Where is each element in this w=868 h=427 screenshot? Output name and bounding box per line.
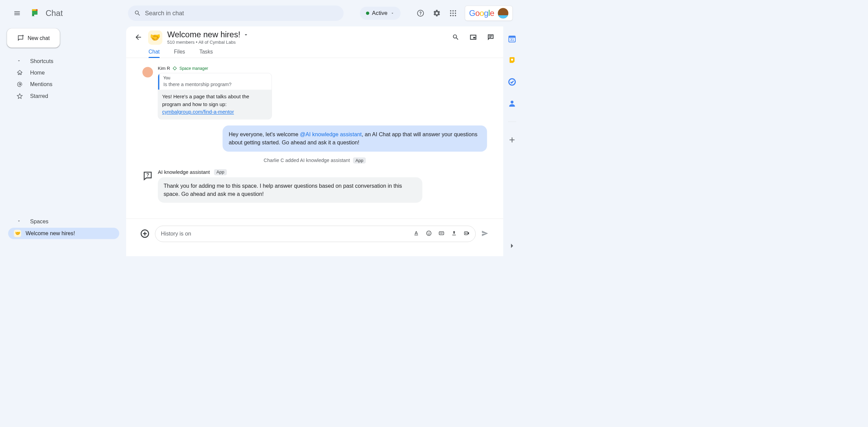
quote-author: You (163, 76, 268, 80)
app-chip: App (353, 157, 366, 163)
svg-point-21 (511, 59, 513, 61)
google-account-switcher[interactable]: Google (465, 6, 513, 21)
svg-point-14 (429, 232, 430, 233)
tab-files[interactable]: Files (174, 48, 185, 58)
quote-text: Is there a mentorship program? (163, 82, 268, 87)
space-avatar-icon: 🤝 (148, 30, 162, 45)
message-kim: Kim R Space manager You Is there a mento… (142, 66, 487, 119)
svg-point-5 (455, 13, 456, 14)
handshake-icon: 🤝 (14, 230, 21, 237)
chevron-down-icon[interactable] (243, 32, 249, 38)
status-selector[interactable]: Active (360, 7, 400, 20)
sender-name: Kim R (158, 66, 170, 71)
sender-role: Space manager (179, 66, 208, 71)
main-panel: 🤝 Welcome new hires! 510 members • All o… (126, 26, 503, 256)
mention-ai-assistant[interactable]: @AI knowledge assistant (300, 131, 362, 137)
add-attachment-button[interactable] (140, 229, 150, 239)
spaces-label: Spaces (30, 218, 48, 225)
sidebar-item-mentions[interactable]: Mentions (0, 79, 126, 90)
app-name: Chat (45, 9, 63, 18)
caret-down-icon (17, 218, 21, 225)
bot-name: AI knowledge assistant (158, 169, 210, 175)
shortcuts-label: Shortcuts (30, 58, 53, 64)
svg-text:?: ? (146, 172, 149, 178)
tasks-app-icon[interactable] (508, 78, 516, 86)
main-menu-button[interactable] (12, 8, 22, 18)
space-item-welcome-new-hires[interactable]: 🤝 Welcome new hires! (8, 228, 119, 239)
thread-panel-button[interactable] (487, 34, 495, 42)
keep-app-icon[interactable] (508, 56, 516, 65)
caret-down-icon (17, 58, 21, 64)
svg-point-0 (450, 10, 451, 12)
tab-tasks[interactable]: Tasks (199, 48, 213, 58)
svg-point-13 (428, 232, 429, 233)
space-subtitle: 510 members • All of Cymbal Labs (167, 40, 249, 45)
upload-button[interactable] (451, 230, 457, 238)
picture-in-picture-button[interactable] (470, 34, 478, 42)
side-panel-rail: 31 (503, 26, 521, 256)
settings-button[interactable] (432, 9, 441, 18)
rail-divider (508, 122, 516, 122)
search-in-space-button[interactable] (452, 34, 460, 42)
format-text-button[interactable] (413, 230, 419, 238)
chevron-down-icon (390, 11, 394, 15)
search-placeholder: Search in chat (145, 10, 184, 17)
space-title: Welcome new hires! (167, 30, 240, 39)
app-chip: App (214, 169, 227, 175)
google-logo-icon: Google (469, 9, 494, 18)
svg-point-1 (452, 10, 454, 12)
bot-message-text: Thank you for adding me to this space. I… (158, 177, 422, 203)
user-avatar[interactable] (498, 8, 508, 18)
space-manager-diamond-icon (173, 66, 177, 70)
message-welcome: Hey everyone, let's welcome @AI knowledg… (222, 125, 487, 151)
status-label: Active (372, 10, 388, 16)
shortcuts-section-header[interactable]: Shortcuts (0, 56, 126, 66)
avatar-kim (142, 67, 153, 77)
sidebar: New chat Shortcuts Home Mentions Starred (0, 26, 126, 256)
sidebar-item-home[interactable]: Home (0, 67, 126, 79)
at-icon (16, 81, 23, 88)
svg-point-3 (450, 13, 451, 14)
star-icon (16, 93, 23, 100)
svg-text:GIF: GIF (440, 232, 443, 234)
composer-placeholder: History is on (161, 231, 409, 237)
tab-chat[interactable]: Chat (149, 48, 160, 58)
system-added-line: Charlie C added AI knowledge assistant A… (142, 157, 487, 163)
svg-point-2 (455, 10, 456, 12)
message-input[interactable]: History is on GIF (155, 226, 476, 242)
home-icon (16, 69, 23, 76)
svg-point-7 (452, 15, 454, 16)
search-icon (134, 10, 141, 17)
calendar-app-icon[interactable]: 31 (508, 35, 516, 43)
mentor-link[interactable]: cymbalgroup.com/find-a-mentor (162, 109, 234, 115)
svg-point-8 (455, 15, 456, 16)
reply-quote-card: You Is there a mentorship program? Yes! … (158, 73, 272, 119)
svg-point-4 (452, 13, 454, 14)
contacts-app-icon[interactable] (508, 99, 516, 108)
emoji-button[interactable] (426, 230, 432, 238)
svg-text:31: 31 (510, 38, 514, 42)
avatar-bot: ? (142, 170, 153, 181)
message-bot: ? AI knowledge assistant App Thank you f… (142, 169, 487, 203)
back-button[interactable] (134, 33, 143, 42)
status-active-dot-icon (366, 12, 369, 15)
svg-point-23 (511, 101, 513, 103)
help-button[interactable] (416, 9, 425, 18)
new-chat-button[interactable]: New chat (7, 28, 60, 47)
get-addons-button[interactable] (508, 136, 516, 144)
svg-rect-9 (473, 37, 475, 39)
svg-point-6 (450, 15, 451, 16)
app-logo: Chat (30, 7, 63, 19)
gif-button[interactable]: GIF (438, 230, 445, 238)
sidebar-item-starred[interactable]: Starred (0, 90, 126, 102)
svg-point-12 (427, 231, 431, 236)
send-button[interactable] (481, 229, 489, 238)
new-chat-label: New chat (27, 35, 50, 41)
spaces-section-header[interactable]: Spaces (0, 216, 126, 227)
collapse-rail-button[interactable] (508, 242, 516, 250)
search-input[interactable]: Search in chat (128, 5, 343, 21)
apps-grid-button[interactable] (449, 9, 457, 18)
quote-answer: Yes! Here's a page that talks about the … (158, 90, 272, 119)
video-meeting-button[interactable] (463, 230, 470, 238)
